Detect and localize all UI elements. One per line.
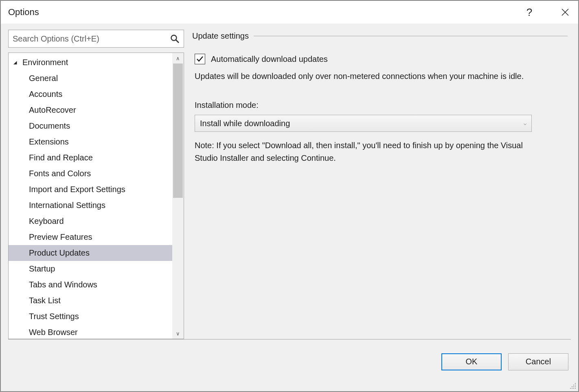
svg-rect-7 — [572, 386, 572, 387]
svg-rect-8 — [573, 386, 574, 387]
tree-node-preview-features[interactable]: Preview Features — [9, 229, 172, 245]
auto-download-label: Automatically download updates — [211, 55, 328, 64]
scroll-up-icon[interactable]: ∧ — [172, 53, 184, 64]
tree-node-trust-settings[interactable]: Trust Settings — [9, 309, 172, 324]
cancel-button[interactable]: Cancel — [508, 353, 568, 370]
svg-rect-6 — [575, 385, 576, 385]
left-panel: Environment General Accounts AutoRecover… — [8, 30, 184, 339]
tree-node-keyboard[interactable]: Keyboard — [9, 213, 172, 229]
button-bar: OK Cancel — [8, 339, 571, 384]
tree-node-find-replace[interactable]: Find and Replace — [9, 150, 172, 166]
auto-download-checkbox[interactable] — [195, 54, 205, 64]
dialog-title: Options — [8, 7, 39, 18]
ok-button[interactable]: OK — [441, 353, 502, 370]
right-panel: Update settings Automatically download u… — [192, 30, 571, 339]
options-dialog: Options ? Environment — [0, 0, 579, 392]
chevron-down-icon: ⌵ — [524, 120, 526, 126]
section-title: Update settings — [192, 31, 249, 41]
help-icon[interactable]: ? — [524, 7, 535, 18]
svg-rect-10 — [570, 388, 571, 389]
tree-node-extensions[interactable]: Extensions — [9, 134, 172, 150]
footer: OK Cancel — [1, 339, 578, 391]
section-header: Update settings — [192, 31, 568, 41]
search-input[interactable] — [13, 34, 170, 44]
tree-node-accounts[interactable]: Accounts — [9, 86, 172, 102]
tree-node-environment[interactable]: Environment — [9, 55, 172, 70]
tree-node-tabs-windows[interactable]: Tabs and Windows — [9, 277, 172, 293]
install-mode-select[interactable]: Install while downloading ⌵ — [195, 115, 532, 132]
tree-node-import-export[interactable]: Import and Export Settings — [9, 182, 172, 197]
tree-node-web-browser[interactable]: Web Browser — [9, 324, 172, 339]
settings-content: Automatically download updates Updates w… — [192, 54, 568, 164]
tree-node-startup[interactable]: Startup — [9, 261, 172, 277]
titlebar-controls: ? — [524, 7, 571, 18]
search-icon — [170, 34, 180, 44]
svg-line-3 — [176, 40, 179, 43]
tree-container: Environment General Accounts AutoRecover… — [8, 53, 184, 339]
resize-grip-icon[interactable] — [569, 382, 577, 390]
svg-rect-12 — [573, 388, 574, 389]
tree-node-task-list[interactable]: Task List — [9, 293, 172, 309]
titlebar: Options ? — [1, 1, 578, 24]
tree-node-general[interactable]: General — [9, 70, 172, 86]
svg-rect-5 — [573, 385, 574, 385]
install-mode-value: Install while downloading — [200, 119, 290, 128]
tree-node-international[interactable]: International Settings — [9, 197, 172, 213]
scroll-down-icon[interactable]: ∨ — [172, 328, 184, 339]
tree-node-autorecover[interactable]: AutoRecover — [9, 102, 172, 118]
auto-download-checkbox-row: Automatically download updates — [195, 54, 568, 64]
section-rule — [254, 36, 568, 37]
tree-node-fonts-colors[interactable]: Fonts and Colors — [9, 166, 172, 182]
install-mode-note: Note: If you select "Download all, then … — [195, 139, 532, 164]
close-icon[interactable] — [559, 7, 571, 18]
install-mode-label: Installation mode: — [195, 101, 568, 110]
options-tree[interactable]: Environment General Accounts AutoRecover… — [9, 53, 172, 339]
svg-rect-13 — [575, 388, 576, 389]
tree-label: Environment — [22, 56, 68, 69]
svg-point-2 — [171, 35, 177, 41]
auto-download-description: Updates will be downloaded only over non… — [195, 70, 529, 83]
search-box[interactable] — [8, 30, 184, 48]
scroll-thumb[interactable] — [173, 64, 183, 198]
svg-rect-9 — [575, 386, 576, 387]
tree-scrollbar[interactable]: ∧ ∨ — [172, 53, 184, 339]
chevron-down-icon — [13, 58, 21, 66]
body: Environment General Accounts AutoRecover… — [1, 24, 578, 339]
svg-rect-4 — [575, 383, 576, 384]
tree-node-product-updates[interactable]: Product Updates — [9, 245, 172, 261]
tree-node-documents[interactable]: Documents — [9, 118, 172, 134]
svg-rect-11 — [572, 388, 572, 389]
